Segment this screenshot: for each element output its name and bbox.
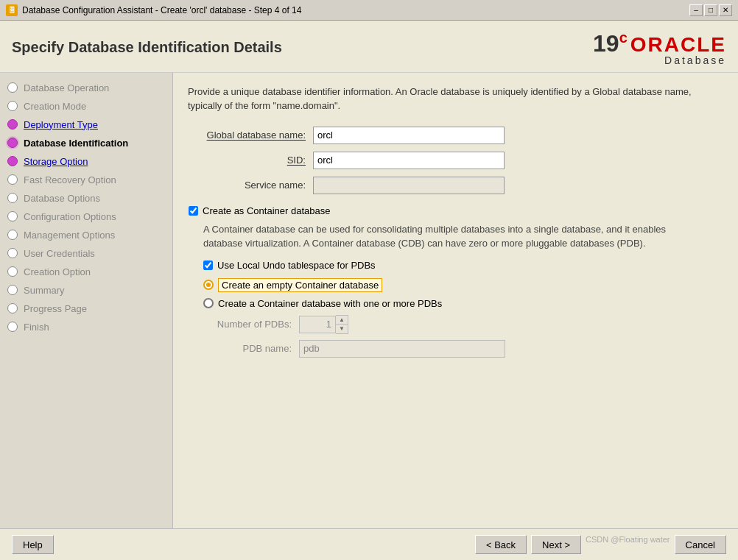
oracle-product: Database	[664, 54, 726, 66]
sidebar-item-database-options: Database Options	[0, 189, 172, 208]
title-bar-text: Database Configuration Assistant - Creat…	[22, 5, 301, 15]
container-section: Create as Container database A Container…	[188, 205, 723, 364]
sidebar-item-management-options: Management Options	[0, 226, 172, 244]
sidebar-label: Deployment Type	[24, 119, 98, 130]
create-container-label[interactable]: Create as Container database	[203, 205, 330, 216]
sidebar: Database Operation Creation Mode Deploym…	[0, 73, 173, 528]
radio-empty-selected	[203, 280, 214, 290]
global-db-name-row: Global database name:	[188, 127, 723, 144]
sidebar-item-storage-option[interactable]: Storage Option	[0, 152, 172, 171]
sidebar-item-progress-page: Progress Page	[0, 300, 172, 318]
sidebar-item-deployment-type[interactable]: Deployment Type	[0, 116, 172, 134]
step-circle	[7, 119, 18, 130]
num-pdbs-label: Number of PDBs:	[203, 319, 299, 330]
sidebar-label: Finish	[24, 322, 49, 333]
sidebar-item-creation-mode: Creation Mode	[0, 97, 172, 116]
oracle-version: 19c	[593, 29, 628, 57]
step-circle	[7, 230, 18, 240]
step-circle	[7, 101, 18, 111]
sidebar-item-summary: Summary	[0, 281, 172, 300]
step-circle	[7, 138, 18, 148]
help-button[interactable]: Help	[12, 535, 54, 554]
sidebar-label: Fast Recovery Option	[24, 174, 116, 185]
sid-row: SID:	[188, 152, 723, 169]
sidebar-label: Creation Mode	[24, 101, 86, 112]
sidebar-item-user-credentials: User Credentials	[0, 244, 172, 263]
sidebar-label: Progress Page	[24, 303, 87, 314]
maximize-button[interactable]: □	[704, 4, 717, 16]
sidebar-label: Database Identification	[24, 138, 128, 149]
sidebar-label: Summary	[24, 285, 65, 296]
step-circle	[7, 303, 18, 313]
local-undo-label[interactable]: Use Local Undo tablespace for PDBs	[217, 260, 376, 271]
pdb-name-row: PDB name:	[203, 340, 723, 358]
sidebar-item-database-operation: Database Operation	[0, 79, 172, 97]
spinner-up-button: ▲	[336, 316, 348, 325]
pdb-name-input	[299, 340, 505, 358]
service-name-input	[313, 177, 505, 194]
step-circle	[7, 156, 18, 166]
oracle-brand: ORACLE	[630, 33, 726, 57]
step-circle	[7, 82, 18, 93]
step-circle	[7, 285, 18, 295]
service-name-label: Service name:	[188, 180, 313, 191]
pdb-fields: Number of PDBs: ▲ ▼ PDB name:	[203, 315, 723, 358]
step-circle	[7, 211, 18, 221]
radio-row-empty: Create an empty Container database	[203, 278, 723, 292]
page-title: Specify Database Identification Details	[12, 39, 282, 56]
num-pdbs-row: Number of PDBs: ▲ ▼	[203, 315, 723, 334]
radio-empty-label[interactable]: Create an empty Container database	[218, 278, 382, 292]
sidebar-label: Database Options	[24, 193, 100, 204]
title-bar: 🗄 Database Configuration Assistant - Cre…	[0, 0, 738, 21]
oracle-logo: 19c ORACLE Database	[593, 29, 726, 66]
sid-input[interactable]	[313, 152, 505, 169]
num-pdbs-input	[299, 316, 336, 333]
sid-label: SID:	[188, 155, 313, 166]
local-undo-row: Use Local Undo tablespace for PDBs	[203, 260, 723, 271]
radio-group: Create an empty Container database Creat…	[203, 278, 723, 309]
description-text: Provide a unique database identifier inf…	[188, 85, 723, 113]
step-circle	[7, 248, 18, 258]
close-button[interactable]: ✕	[719, 4, 732, 16]
main-panel: Provide a unique database identifier inf…	[173, 73, 738, 528]
watermark: CSDN @Floating water	[586, 535, 670, 554]
cancel-button[interactable]: Cancel	[675, 535, 726, 554]
sidebar-label: Management Options	[24, 230, 115, 241]
sidebar-label: Configuration Options	[24, 211, 116, 222]
next-button[interactable]: Next >	[531, 535, 581, 554]
service-name-row: Service name:	[188, 177, 723, 194]
sidebar-item-database-identification[interactable]: Database Identification	[0, 134, 172, 152]
sidebar-label: User Credentials	[24, 248, 95, 259]
sidebar-label: Storage Option	[24, 156, 88, 167]
radio-row-pdb: Create a Container database with one or …	[203, 298, 723, 309]
header: Specify Database Identification Details …	[0, 21, 738, 73]
create-container-checkbox[interactable]	[189, 206, 198, 216]
sidebar-item-fast-recovery: Fast Recovery Option	[0, 171, 172, 189]
container-description: A Container database can be used for con…	[203, 222, 704, 251]
sidebar-item-creation-option: Creation Option	[0, 263, 172, 281]
step-circle	[7, 193, 18, 203]
pdb-name-label: PDB name:	[203, 343, 299, 354]
spinner-down-button: ▼	[336, 325, 348, 333]
sidebar-label: Database Operation	[24, 82, 109, 93]
radio-pdb-label[interactable]: Create a Container database with one or …	[218, 298, 442, 309]
back-button[interactable]: < Back	[475, 535, 527, 554]
app-icon: 🗄	[6, 4, 18, 16]
minimize-button[interactable]: –	[689, 4, 703, 16]
footer: Help < Back Next > CSDN @Floating water …	[0, 528, 738, 560]
step-circle	[7, 174, 18, 185]
sidebar-label: Creation Option	[24, 266, 91, 277]
local-undo-checkbox[interactable]	[203, 260, 213, 270]
create-container-row: Create as Container database	[189, 205, 723, 216]
global-db-name-input[interactable]	[313, 127, 505, 144]
sidebar-item-configuration-options: Configuration Options	[0, 208, 172, 226]
step-circle	[7, 322, 18, 332]
step-circle	[7, 266, 18, 277]
sidebar-item-finish: Finish	[0, 318, 172, 336]
global-db-name-label: Global database name:	[188, 130, 313, 141]
radio-pdb-unselected	[203, 298, 214, 308]
